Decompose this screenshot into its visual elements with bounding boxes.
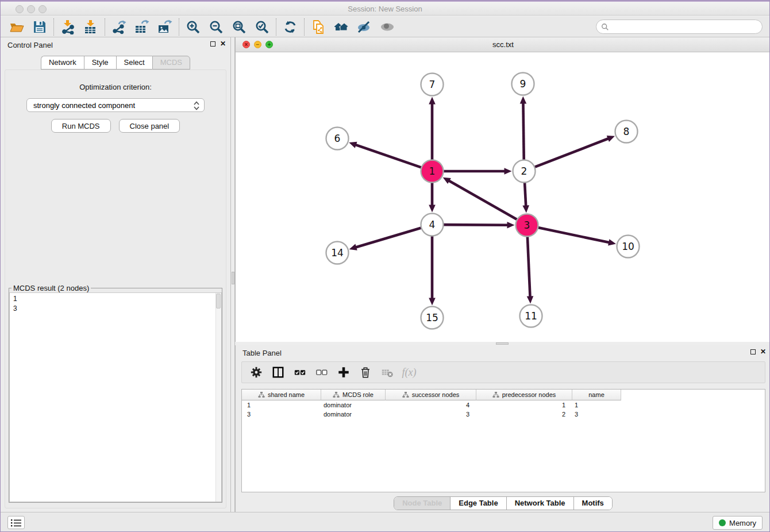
tab-edge-table[interactable]: Edge Table [451,497,506,510]
column-header-MCDS-role[interactable]: MCDS role [321,390,386,400]
export-table-icon[interactable] [130,18,153,36]
import-network-icon[interactable] [56,18,79,36]
memory-button[interactable]: Memory [713,516,763,530]
zoom-in-icon[interactable] [182,18,205,36]
select-all-icon[interactable] [290,364,310,381]
node-label-2: 2 [521,165,528,177]
table-cell[interactable]: 3 [242,410,321,419]
settings-gear-icon[interactable] [247,364,266,381]
app-window: Session: New Session Control Panel ✕ Net… [0,0,770,532]
import-table-icon[interactable] [79,18,102,36]
network-title: scc.txt [236,40,770,49]
mcds-result-area[interactable]: 1 3 [9,292,222,502]
home-view-icon[interactable] [330,18,353,36]
table-cell[interactable]: 1 [242,400,321,410]
node-table[interactable]: shared nameMCDS rolesuccessor nodesprede… [241,389,765,492]
zoom-out-icon[interactable] [205,18,228,36]
delete-column-icon[interactable] [356,364,375,381]
list-icon [11,519,21,527]
node-label-6: 6 [334,133,341,144]
table-row[interactable]: 3dominator323 [242,410,765,419]
control-panel: Control Panel ✕ NetworkStyleSelectMCDS O… [1,37,230,512]
table-cell[interactable]: 1 [476,400,572,410]
search-field[interactable] [609,22,762,31]
table-cell[interactable]: dominator [321,400,386,410]
save-session-icon[interactable] [28,18,51,36]
optimization-dropdown[interactable]: strongly connected component [26,98,205,112]
float-panel-icon[interactable] [210,41,215,47]
vertical-splitter-handle[interactable] [232,272,234,284]
tab-select[interactable]: Select [116,56,152,70]
copy-view-icon[interactable] [307,18,330,36]
edge-2-9[interactable] [523,102,523,160]
tab-style[interactable]: Style [84,56,116,70]
table-cell[interactable]: 4 [386,400,476,410]
edge-3-1[interactable] [448,180,517,219]
network-window: × − + scc.txt 7968124314101511 [235,37,770,342]
close-panel-button[interactable]: Close panel [119,119,180,133]
titlebar: Session: New Session [1,1,769,16]
search-input[interactable] [596,20,763,34]
node-label-7: 7 [429,79,436,90]
column-header-predecessor-nodes[interactable]: predecessor nodes [476,390,572,400]
result-scrollbar[interactable] [215,293,221,502]
open-file-icon[interactable] [5,18,28,36]
export-network-icon[interactable] [107,18,130,36]
table-row[interactable]: 1dominator411 [242,400,765,410]
deselect-all-icon[interactable] [312,364,332,381]
network-canvas[interactable]: 7968124314101511 [236,52,770,342]
run-mcds-button[interactable]: Run MCDS [51,119,111,133]
node-label-9: 9 [520,78,526,90]
zoom-fit-icon[interactable] [228,18,251,36]
memory-label: Memory [729,519,756,527]
vertical-splitter[interactable] [230,37,235,512]
optimization-label: Optimization criterion: [5,83,226,91]
edge-1-6[interactable] [355,145,422,168]
tab-network[interactable]: Network [41,56,84,70]
mcds-panel: Optimization criterion: strongly connect… [5,70,226,508]
edge-3-11[interactable] [528,236,530,297]
column-header-shared-name[interactable]: shared name [242,390,321,400]
table-cell[interactable]: 1 [572,400,621,410]
tab-network-table[interactable]: Network Table [507,497,574,510]
delete-table-icon [378,364,397,381]
add-column-icon[interactable] [334,364,353,381]
task-history-button[interactable] [7,516,25,529]
tab-node-table[interactable]: Node Table [394,497,451,510]
arrowhead-3-11 [527,296,534,303]
arrowhead-4-14 [349,244,357,250]
toggle-panel-icon[interactable] [268,364,288,381]
horizontal-splitter-handle[interactable] [496,342,509,345]
arrowhead-1-2 [505,168,512,175]
main-toolbar [1,17,769,37]
statusbar: Memory [1,512,769,532]
arrowhead-2-8 [607,136,615,142]
table-panel-title: Table Panel [242,349,282,357]
table-cell[interactable]: 3 [386,410,476,419]
export-image-icon[interactable] [153,18,176,36]
hide-selected-icon[interactable] [353,18,376,36]
edge-2-3[interactable] [525,182,526,206]
arrowhead-1-7 [429,97,436,105]
table-panel: Table Panel ✕ f(x) shared nameMCDS roles… [235,345,770,512]
float-table-panel-icon[interactable] [750,349,756,354]
edge-3-10[interactable] [538,228,610,242]
close-panel-icon[interactable]: ✕ [220,41,226,47]
table-cell[interactable]: dominator [321,410,386,419]
edge-4-3[interactable] [443,225,508,225]
edge-4-14[interactable] [355,228,421,248]
refresh-view-icon[interactable] [279,18,302,36]
tab-motifs[interactable]: Motifs [574,497,612,510]
mcds-result-box: MCDS result (2 nodes) 1 3 [9,284,222,503]
zoom-selected-icon[interactable] [251,18,274,36]
show-all-icon[interactable] [376,18,399,36]
edge-2-8[interactable] [534,138,609,167]
table-cell[interactable]: 3 [572,410,621,419]
network-window-titlebar: × − + scc.txt [236,37,770,52]
close-table-panel-icon[interactable]: ✕ [760,349,766,355]
tab-mcds[interactable]: MCDS [152,56,190,70]
column-header-name[interactable]: name [572,390,621,400]
arrowhead-4-3 [507,222,514,229]
table-cell[interactable]: 2 [476,410,572,419]
column-header-successor-nodes[interactable]: successor nodes [386,390,476,400]
